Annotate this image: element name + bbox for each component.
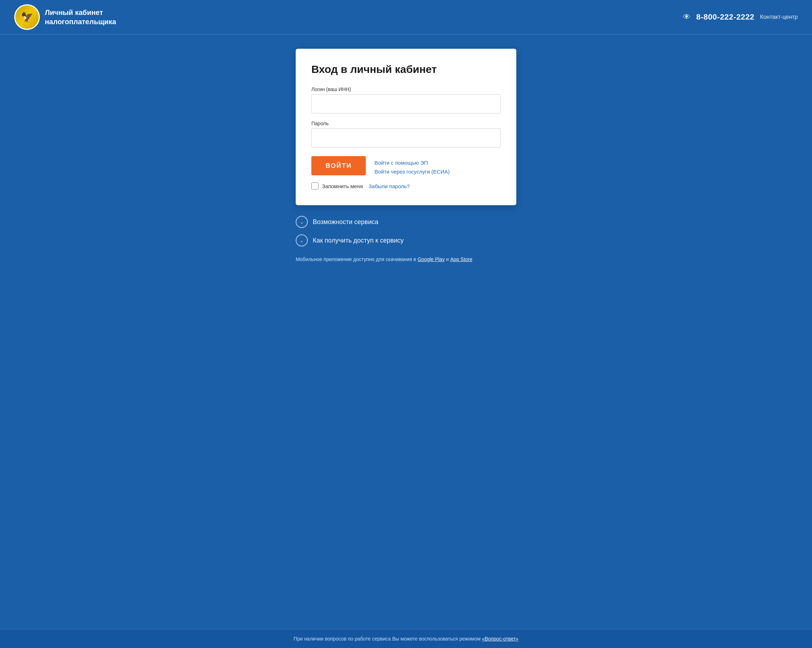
forgot-password-link[interactable]: Забыли пароль?	[369, 183, 410, 189]
footer-text: При наличии вопросов по работе сервиса В…	[293, 636, 482, 642]
logo: 🦅	[14, 4, 40, 30]
login-input[interactable]	[311, 94, 501, 113]
password-field-label: Пароль	[311, 120, 501, 126]
service-access-item[interactable]: ⌄ Как получить доступ к сервису	[296, 234, 516, 247]
alt-links: Войти с помощью ЭП Войти через госуслуги…	[374, 156, 449, 175]
remember-row: Запомнить меня Забыли пароль?	[311, 183, 501, 189]
actions-row: ВОЙТИ Войти с помощью ЭП Войти через гос…	[311, 156, 501, 175]
contact-center-label: Контакт-центр	[760, 14, 798, 20]
submit-button[interactable]: ВОЙТИ	[311, 156, 366, 175]
faq-link[interactable]: «Вопрос-ответ»	[482, 636, 518, 642]
login-card: Вход в личный кабинет Логин (ваш ИНН) Па…	[296, 49, 516, 205]
service-access-label: Как получить доступ к сервису	[313, 237, 404, 244]
footer: При наличии вопросов по работе сервиса В…	[0, 629, 812, 648]
app-store-link[interactable]: App Store	[450, 256, 472, 262]
service-features-label: Возможности сервиса	[313, 218, 378, 226]
mobile-app-section: Мобильное приложение доступно для скачив…	[296, 256, 516, 263]
password-input[interactable]	[311, 128, 501, 148]
mobile-app-text-between: и	[445, 256, 450, 262]
header-left: 🦅 Личный кабинет налогоплательщика	[14, 4, 116, 30]
login-title: Вход в личный кабинет	[311, 63, 501, 76]
chevron-down-icon: ⌄	[296, 216, 308, 228]
login-field-label: Логин (ваш ИНН)	[311, 87, 501, 92]
remember-checkbox[interactable]	[311, 183, 319, 189]
logo-eagle-icon: 🦅	[21, 11, 34, 23]
eye-icon[interactable]: 👁	[683, 12, 691, 22]
ep-login-link[interactable]: Войти с помощью ЭП	[374, 160, 449, 166]
header-right: 👁 8-800-222-2222 Контакт-центр	[683, 12, 798, 22]
main-content: Вход в личный кабинет Логин (ваш ИНН) Па…	[0, 35, 812, 629]
service-features-item[interactable]: ⌄ Возможности сервиса	[296, 216, 516, 228]
google-play-link[interactable]: Google Play	[417, 256, 444, 262]
site-title: Личный кабинет налогоплательщика	[45, 8, 116, 26]
info-sections: ⌄ Возможности сервиса ⌄ Как получить дос…	[296, 216, 516, 253]
header: 🦅 Личный кабинет налогоплательщика 👁 8-8…	[0, 0, 812, 35]
remember-label: Запомнить меня	[322, 183, 363, 189]
mobile-app-text-before: Мобильное приложение доступно для скачив…	[296, 256, 417, 262]
gosuslugi-login-link[interactable]: Войти через госуслуги (ЕСИА)	[374, 169, 449, 175]
phone-number: 8-800-222-2222	[696, 12, 755, 22]
chevron-down-icon-2: ⌄	[296, 234, 308, 247]
